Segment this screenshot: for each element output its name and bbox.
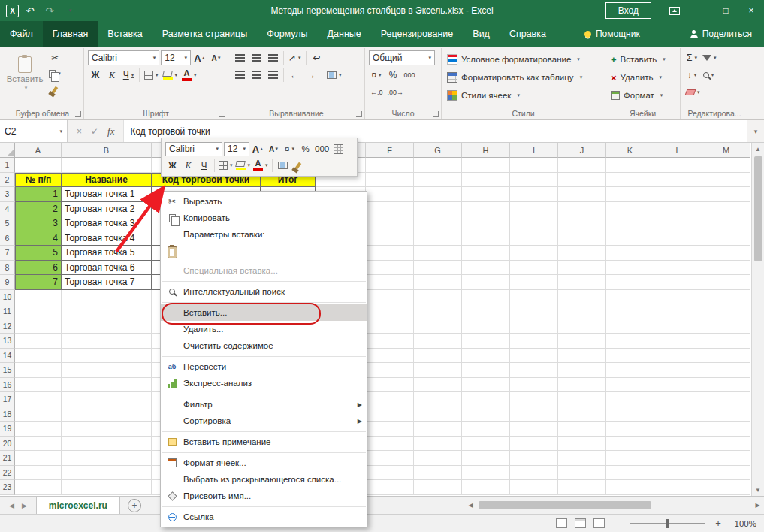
menu-item-13[interactable]: Экспресс-анализ: [161, 375, 367, 391]
tab-view[interactable]: Вид: [463, 21, 500, 47]
paste-button[interactable]: Вставить ▾: [5, 50, 44, 97]
column-header-F[interactable]: F: [366, 143, 414, 158]
scroll-down-icon[interactable]: ▼: [752, 484, 764, 496]
cell-J4[interactable]: [558, 202, 606, 217]
cut-button[interactable]: ✂: [47, 50, 62, 65]
menu-item-22[interactable]: Присвоить имя...: [161, 488, 367, 504]
cell-L20[interactable]: [654, 437, 702, 452]
mini-merge-button[interactable]: [276, 159, 290, 173]
cell-A23[interactable]: [15, 480, 62, 495]
cell-B22[interactable]: [62, 466, 152, 481]
cell-B5[interactable]: Торговая точка 3: [62, 216, 152, 231]
mini-format-painter-button[interactable]: [291, 159, 306, 173]
mini-font-size-combo[interactable]: 12▾: [224, 142, 249, 156]
cell-G21[interactable]: [414, 451, 462, 466]
accounting-format-button[interactable]: ¤▾: [369, 68, 384, 83]
cell-K17[interactable]: [606, 392, 654, 407]
cell-H4[interactable]: [462, 202, 510, 217]
cell-L16[interactable]: [654, 378, 702, 393]
cell-G22[interactable]: [414, 466, 462, 481]
mini-grow-font-button[interactable]: А▲: [251, 142, 265, 156]
zoom-slider[interactable]: [630, 523, 705, 524]
cell-K19[interactable]: [606, 422, 654, 437]
cell-L11[interactable]: [654, 304, 702, 319]
copy-button[interactable]: ▾: [47, 66, 62, 81]
cell-A17[interactable]: [15, 392, 62, 407]
cell-G7[interactable]: [414, 246, 462, 261]
cell-M23[interactable]: [702, 480, 750, 495]
row-header-5[interactable]: 5: [0, 216, 15, 231]
cell-J11[interactable]: [558, 304, 606, 319]
cell-I11[interactable]: [510, 304, 558, 319]
cell-H23[interactable]: [462, 480, 510, 495]
insert-cells-button[interactable]: + Вставить ▾: [609, 50, 676, 68]
cell-B8[interactable]: Торговая точка 6: [62, 261, 152, 276]
cell-L4[interactable]: [654, 202, 702, 217]
cell-H5[interactable]: [462, 216, 510, 231]
menu-item-9[interactable]: Удалить...: [161, 321, 367, 337]
fill-color-button[interactable]: ▾: [162, 68, 180, 83]
format-as-table-button[interactable]: Форматировать как таблицу ▾: [445, 68, 601, 86]
cell-F16[interactable]: [366, 378, 414, 393]
cell-H14[interactable]: [462, 349, 510, 364]
cell-A14[interactable]: [15, 349, 62, 364]
cell-F9[interactable]: [366, 275, 414, 290]
expand-formula-bar-button[interactable]: ▾: [747, 120, 764, 142]
row-header-23[interactable]: 23: [0, 480, 15, 495]
cell-M15[interactable]: [702, 363, 750, 378]
cell-K21[interactable]: [606, 451, 654, 466]
cell-G13[interactable]: [414, 334, 462, 349]
cell-F6[interactable]: [366, 231, 414, 246]
cell-I10[interactable]: [510, 290, 558, 305]
cell-A2[interactable]: № п/п: [15, 173, 62, 188]
row-header-20[interactable]: 20: [0, 437, 15, 452]
tab-review[interactable]: Рецензирование: [371, 21, 464, 47]
cell-M3[interactable]: [702, 187, 750, 202]
cell-I21[interactable]: [510, 451, 558, 466]
cell-L7[interactable]: [654, 246, 702, 261]
cell-F5[interactable]: [366, 216, 414, 231]
cell-K6[interactable]: [606, 231, 654, 246]
menu-item-4[interactable]: Специальная вставка...: [161, 262, 367, 279]
cell-M22[interactable]: [702, 466, 750, 481]
cell-H13[interactable]: [462, 334, 510, 349]
cell-B13[interactable]: [62, 334, 152, 349]
cell-K14[interactable]: [606, 349, 654, 364]
cell-M1[interactable]: [702, 158, 750, 173]
find-select-button[interactable]: ▾: [701, 68, 716, 83]
menu-item-21[interactable]: Выбрать из раскрывающегося списка...: [161, 471, 367, 488]
vertical-scroll-thumb[interactable]: [754, 156, 762, 261]
cell-B12[interactable]: [62, 319, 152, 334]
mini-borders-button[interactable]: ▾: [218, 159, 234, 173]
cell-G12[interactable]: [414, 319, 462, 334]
cell-I17[interactable]: [510, 392, 558, 407]
menu-item-1[interactable]: Копировать: [161, 210, 367, 226]
cell-B4[interactable]: Торговая точка 2: [62, 202, 152, 217]
cell-A8[interactable]: 6: [15, 261, 62, 276]
cell-H8[interactable]: [462, 261, 510, 276]
cell-M21[interactable]: [702, 451, 750, 466]
sort-filter-button[interactable]: ▾: [701, 50, 718, 65]
cell-B6[interactable]: Торговая точка 4: [62, 231, 152, 246]
cell-J3[interactable]: [558, 187, 606, 202]
cell-A22[interactable]: [15, 466, 62, 481]
cell-I18[interactable]: [510, 407, 558, 422]
cell-J23[interactable]: [558, 480, 606, 495]
cell-J8[interactable]: [558, 261, 606, 276]
column-header-J[interactable]: J: [558, 143, 606, 158]
align-top-button[interactable]: [232, 50, 247, 65]
cell-B23[interactable]: [62, 480, 152, 495]
cell-G10[interactable]: [414, 290, 462, 305]
cell-J6[interactable]: [558, 231, 606, 246]
menu-item-6[interactable]: Интеллектуальный поиск: [161, 283, 367, 300]
cell-L19[interactable]: [654, 422, 702, 437]
tab-help[interactable]: Справка: [500, 21, 556, 47]
font-size-combo[interactable]: 12▾: [161, 50, 191, 65]
decrease-indent-button[interactable]: ←: [287, 68, 302, 83]
menu-item-12[interactable]: абПеревести: [161, 358, 367, 375]
cell-M20[interactable]: [702, 437, 750, 452]
cell-B18[interactable]: [62, 407, 152, 422]
cell-M5[interactable]: [702, 216, 750, 231]
cell-J7[interactable]: [558, 246, 606, 261]
cell-H9[interactable]: [462, 275, 510, 290]
